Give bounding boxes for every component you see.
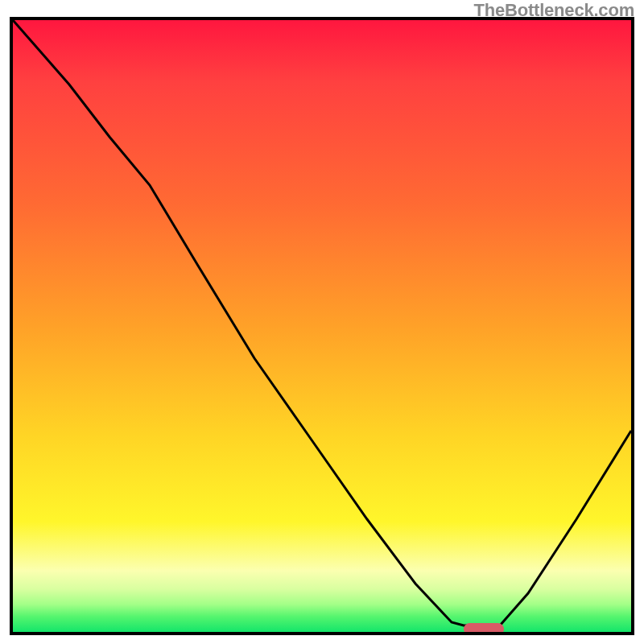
optimal-marker [464,623,504,635]
plot-frame [10,17,634,635]
curve-path [13,20,631,625]
chart-container: TheBottleneck.com [0,0,644,644]
bottleneck-curve [13,20,631,632]
